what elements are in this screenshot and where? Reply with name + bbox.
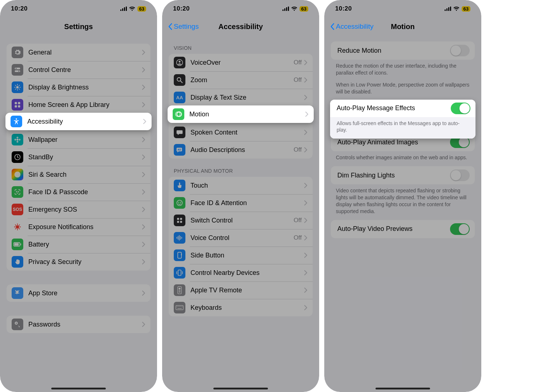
phone-screen-accessibility: 10:20 63 Settings Accessibility VISION V… [162, 0, 319, 392]
phone-screen-motion: 10:20 63 Accessibility Motion Reduce Mot… [324, 0, 481, 392]
list-row[interactable]: Siri & Search [7, 166, 150, 183]
nearby-icon [174, 267, 185, 279]
svg-point-6 [16, 68, 17, 69]
list-row[interactable]: Control Nearby Devices [169, 264, 313, 281]
signal-icon [445, 7, 451, 11]
highlight-autoplay-message-effects: Auto-Play Message EffectsAllows full-scr… [330, 100, 475, 139]
svg-point-22 [17, 139, 19, 141]
battery-icon [12, 239, 23, 250]
chevron-right-icon [142, 207, 145, 212]
svg-point-23 [17, 137, 19, 139]
list-row[interactable]: Display & Brightness [7, 79, 150, 96]
toggle-switch[interactable] [450, 169, 470, 181]
chevron-right-icon [142, 241, 145, 247]
list-row[interactable]: Wallpaper [7, 131, 150, 148]
chevron-right-icon [304, 287, 308, 293]
toggle-switch[interactable] [451, 103, 470, 114]
svg-rect-72 [178, 287, 181, 294]
tvremote-icon [174, 284, 185, 296]
list-row[interactable]: Accessibility [5, 113, 152, 130]
motor-group: TouchFace ID & AttentionSwitch ControlOf… [169, 177, 313, 316]
phone-screen-settings: 10:20 63 Settings GeneralControl CentreD… [0, 0, 157, 392]
svg-point-28 [15, 172, 21, 178]
list-row[interactable]: Voice ControlOff [169, 229, 313, 247]
chevron-right-icon [142, 154, 145, 160]
keyboard-icon [174, 302, 185, 313]
svg-rect-3 [126, 7, 127, 11]
row-label: Control Centre [28, 66, 142, 74]
list-row[interactable]: Apple TV Remote [169, 281, 313, 299]
svg-rect-2 [124, 7, 125, 11]
home-indicator[interactable] [213, 388, 268, 389]
list-row[interactable]: Spoken Content [169, 124, 313, 141]
svg-rect-63 [180, 221, 182, 223]
toggles-icon [12, 64, 23, 76]
row-label: Display & Brightness [28, 84, 142, 91]
list-row[interactable]: Passwords [7, 316, 150, 333]
list-row[interactable]: ADAudio DescriptionsOff [169, 141, 313, 159]
list-row[interactable]: Side Button [169, 247, 313, 264]
row-label: Accessibility [27, 118, 143, 125]
toggle-row[interactable]: Reduce Motion [331, 41, 475, 60]
list-row[interactable]: Home Screen & App Library [7, 96, 150, 113]
face-icon [174, 197, 185, 209]
list-row[interactable]: ZoomOff [169, 71, 313, 89]
back-button[interactable]: Accessibility [324, 23, 373, 31]
svg-text:AD: AD [177, 148, 181, 151]
home-indicator[interactable] [376, 388, 430, 389]
svg-point-73 [178, 288, 180, 289]
home-indicator[interactable] [51, 388, 106, 389]
toggle-group: Dim Flashing Lights [331, 166, 475, 184]
chevron-right-icon [142, 321, 145, 327]
list-row[interactable]: Exposure Notifications [7, 218, 150, 236]
svg-line-39 [15, 228, 16, 229]
grid-icon [12, 99, 23, 111]
list-row[interactable]: Face ID & Passcode [7, 183, 150, 201]
section-header-motor: PHYSICAL AND MOTOR [162, 159, 319, 177]
sun-icon [12, 81, 23, 93]
row-label: Passwords [28, 321, 142, 328]
list-row[interactable]: Touch [169, 177, 313, 194]
list-row[interactable]: General [7, 44, 150, 61]
nav-header: Settings [0, 17, 157, 36]
status-time: 10:20 [335, 5, 352, 12]
svg-rect-87 [448, 7, 449, 11]
list-row[interactable]: Switch ControlOff [169, 212, 313, 229]
ad-icon: AD [174, 144, 185, 156]
row-aux: Off [294, 59, 302, 66]
list-row[interactable]: StandBy [7, 148, 150, 166]
svg-rect-85 [445, 9, 446, 11]
list-row[interactable]: Battery [7, 236, 150, 253]
list-row[interactable]: App Store [7, 284, 150, 302]
svg-rect-41 [15, 243, 19, 246]
list-row[interactable]: Control Centre [7, 61, 150, 79]
svg-rect-88 [450, 7, 451, 11]
list-row[interactable]: AADisplay & Text Size [169, 89, 313, 106]
list-row[interactable]: Privacy & Security [7, 253, 150, 271]
svg-line-16 [15, 89, 16, 89]
toggle-group: Reduce Motion [331, 41, 475, 60]
row-label: VoiceOver [190, 59, 294, 67]
chevron-right-icon [304, 60, 308, 65]
list-row[interactable]: Face ID & Attention [169, 194, 313, 212]
row-label: Face ID & Attention [190, 199, 304, 207]
list-row[interactable]: Keyboards [169, 299, 313, 316]
chevron-right-icon [143, 119, 146, 124]
toggle-row[interactable]: Dim Flashing Lights [331, 166, 475, 184]
signal-icon [282, 7, 289, 11]
list-row[interactable]: Motion [168, 105, 314, 123]
chevron-right-icon [142, 67, 145, 73]
svg-point-29 [16, 191, 17, 192]
toggle-row[interactable]: Auto-Play Message Effects [330, 100, 475, 117]
back-button[interactable]: Settings [162, 23, 199, 31]
person-circle-icon [174, 57, 185, 68]
list-row[interactable]: VoiceOverOff [169, 54, 313, 71]
toggle-switch[interactable] [450, 223, 470, 235]
chevron-right-icon [142, 189, 145, 195]
list-row[interactable]: SOSEmergency SOS [7, 201, 150, 218]
toggle-row[interactable]: Auto-Play Video Previews [331, 220, 475, 238]
row-aux: Off [294, 76, 302, 84]
toggle-switch[interactable] [450, 45, 470, 56]
svg-rect-49 [288, 7, 289, 11]
row-label: App Store [28, 289, 142, 297]
